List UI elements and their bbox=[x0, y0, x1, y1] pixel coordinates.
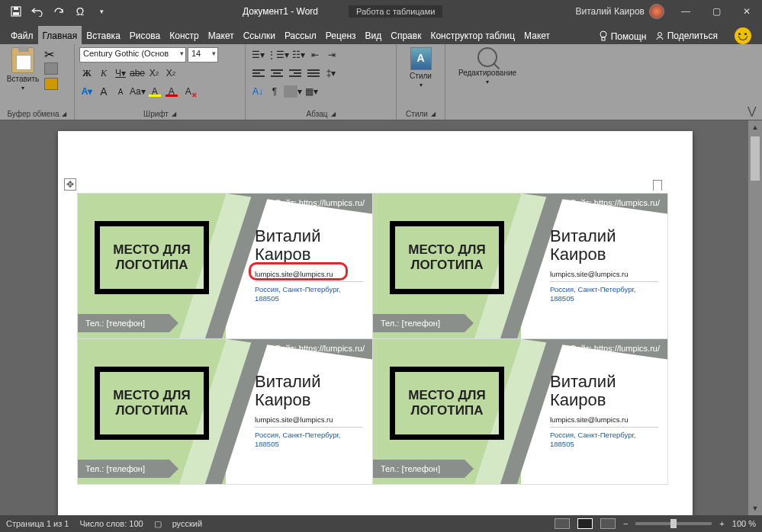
collapse-ribbon-icon[interactable]: ⋁ bbox=[748, 104, 756, 117]
group-styles: Стили▾ Стили◢ bbox=[397, 44, 445, 120]
bullets-button[interactable]: ☰▾ bbox=[250, 47, 265, 62]
redo-icon[interactable] bbox=[50, 3, 67, 20]
superscript-button[interactable]: X2 bbox=[163, 66, 178, 81]
card-address: Россия, Санкт-Петербург,188505 bbox=[255, 285, 340, 304]
styles-launcher-icon[interactable]: ◢ bbox=[431, 111, 436, 117]
status-proofing-icon[interactable]: ▢ bbox=[154, 519, 162, 529]
zoom-level[interactable]: 100 % bbox=[732, 519, 756, 528]
document-title: Документ1 - Word bbox=[243, 6, 318, 17]
scroll-up-icon[interactable]: ▲ bbox=[748, 120, 762, 134]
show-marks-button[interactable]: ¶ bbox=[267, 84, 282, 99]
qat-more-icon[interactable]: ▾ bbox=[93, 3, 110, 20]
align-left-button[interactable] bbox=[250, 66, 267, 81]
borders-button[interactable]: ▦▾ bbox=[304, 84, 319, 99]
tell-me[interactable]: Помощн bbox=[599, 30, 646, 42]
ribbon-tabs: Файл Главная Вставка Рисова Констр Макет… bbox=[0, 23, 762, 44]
tab-table-design[interactable]: Конструктор таблиц bbox=[426, 26, 519, 44]
view-read-button[interactable] bbox=[555, 518, 570, 529]
table-move-handle-icon[interactable]: ✥ bbox=[64, 178, 76, 191]
shading-button[interactable]: ▾ bbox=[284, 84, 302, 99]
decrease-indent-button[interactable]: ⇤ bbox=[307, 47, 323, 62]
maximize-button[interactable]: ▢ bbox=[701, 0, 731, 23]
close-button[interactable]: ✕ bbox=[731, 0, 762, 23]
feedback-icon[interactable] bbox=[735, 27, 751, 44]
font-size-combo[interactable]: 14 bbox=[188, 47, 218, 62]
text-effects-button[interactable]: A▾ bbox=[79, 84, 95, 99]
tab-mailings[interactable]: Рассыл bbox=[280, 26, 321, 44]
scroll-down-icon[interactable]: ▼ bbox=[748, 502, 762, 515]
align-center-button[interactable] bbox=[268, 66, 285, 81]
user-account[interactable]: Виталий Каиров bbox=[575, 4, 670, 19]
zoom-slider[interactable] bbox=[635, 522, 712, 525]
strike-button[interactable]: abe bbox=[130, 66, 145, 81]
shrink-font-button[interactable]: A bbox=[113, 84, 128, 99]
copy-button[interactable] bbox=[44, 62, 58, 75]
clear-formatting-button[interactable]: A✖ bbox=[181, 84, 196, 99]
tab-references[interactable]: Ссылки bbox=[239, 26, 280, 44]
business-card[interactable]: Сайт: https://lumpics.ru/ МЕСТО ДЛЯ ЛОГО… bbox=[77, 193, 373, 339]
card-name: ВиталийКаиров bbox=[255, 227, 320, 264]
vertical-scrollbar[interactable]: ▲ ▼ bbox=[748, 120, 762, 515]
editing-button[interactable]: Редактирование▾ bbox=[458, 47, 516, 85]
tab-draw[interactable]: Рисова bbox=[125, 26, 165, 44]
styles-icon bbox=[410, 47, 432, 70]
cut-button[interactable]: ✂ bbox=[44, 47, 58, 59]
zoom-out-button[interactable]: − bbox=[623, 519, 628, 528]
avatar bbox=[649, 4, 664, 19]
tab-insert[interactable]: Вставка bbox=[82, 26, 125, 44]
group-paragraph: ☰▾ ⋮☰▾ ☷▾ ⇤ ⇥ ‡▾ A↓ ¶ ▾ ▦▾ bbox=[246, 44, 397, 120]
business-card[interactable]: Сайт: https://lumpics.ru/ МЕСТО ДЛЯ ЛОГО… bbox=[77, 338, 373, 485]
status-words[interactable]: Число слов: 100 bbox=[79, 519, 143, 528]
tab-help[interactable]: Справк bbox=[386, 26, 426, 44]
align-right-button[interactable] bbox=[287, 66, 304, 81]
svg-rect-2 bbox=[14, 7, 18, 10]
view-print-button[interactable] bbox=[577, 518, 593, 529]
tab-review[interactable]: Реценз bbox=[321, 26, 361, 44]
ribbon: Вставить ▾ ✂ Буфер обмена◢ Century Gothi… bbox=[0, 44, 762, 120]
font-name-combo[interactable]: Century Gothic (Основ bbox=[79, 47, 186, 62]
view-web-button[interactable] bbox=[600, 518, 616, 529]
justify-button[interactable] bbox=[305, 66, 322, 81]
paragraph-launcher-icon[interactable]: ◢ bbox=[331, 111, 336, 117]
zoom-in-button[interactable]: + bbox=[719, 519, 724, 528]
tab-table-layout[interactable]: Макет bbox=[519, 26, 555, 44]
styles-button[interactable]: Стили▾ bbox=[403, 47, 439, 88]
clipboard-launcher-icon[interactable]: ◢ bbox=[62, 111, 66, 117]
business-card[interactable]: Сайт: https://lumpics.ru/ МЕСТО ДЛЯ ЛОГО… bbox=[372, 193, 668, 339]
business-card[interactable]: Сайт: https://lumpics.ru/ МЕСТО ДЛЯ ЛОГО… bbox=[372, 338, 668, 485]
font-color-button[interactable]: A bbox=[164, 84, 179, 99]
highlight-button[interactable]: A bbox=[147, 84, 162, 99]
bold-button[interactable]: Ж bbox=[79, 66, 95, 81]
grow-font-button[interactable]: A bbox=[96, 84, 111, 99]
italic-button[interactable]: К bbox=[96, 66, 111, 81]
tab-layout[interactable]: Макет bbox=[204, 26, 239, 44]
scroll-thumb[interactable] bbox=[750, 136, 760, 181]
symbol-button[interactable]: Ω bbox=[72, 3, 88, 20]
tab-home[interactable]: Главная bbox=[38, 26, 82, 44]
multilevel-button[interactable]: ☷▾ bbox=[291, 47, 306, 62]
line-spacing-button[interactable]: ‡▾ bbox=[323, 66, 339, 81]
status-page[interactable]: Страница 1 из 1 bbox=[6, 519, 69, 528]
save-icon[interactable] bbox=[8, 3, 24, 20]
format-painter-button[interactable] bbox=[44, 78, 58, 90]
minimize-button[interactable]: ― bbox=[670, 0, 701, 23]
change-case-button[interactable]: Aa▾ bbox=[130, 84, 146, 99]
numbering-button[interactable]: ⋮☰▾ bbox=[267, 47, 289, 62]
table-column-handle-icon[interactable] bbox=[653, 180, 662, 191]
sort-button[interactable]: A↓ bbox=[250, 84, 265, 99]
tab-view[interactable]: Вид bbox=[361, 26, 387, 44]
quick-access-toolbar: Ω ▾ bbox=[0, 3, 110, 20]
increase-indent-button[interactable]: ⇥ bbox=[324, 47, 339, 62]
page[interactable]: ✥ Сайт: https://lumpics.ru/ МЕСТО ДЛЯ ЛО… bbox=[58, 131, 693, 515]
status-language[interactable]: русский bbox=[172, 519, 202, 528]
font-launcher-icon[interactable]: ◢ bbox=[172, 111, 176, 117]
tab-file[interactable]: Файл bbox=[6, 26, 38, 44]
card-logo-placeholder: МЕСТО ДЛЯ ЛОГОТИПА bbox=[95, 221, 209, 294]
share-button[interactable]: Поделиться bbox=[655, 30, 718, 41]
status-bar: Страница 1 из 1 Число слов: 100 ▢ русски… bbox=[0, 515, 762, 532]
subscript-button[interactable]: X2 bbox=[146, 66, 162, 81]
tab-design[interactable]: Констр bbox=[165, 26, 203, 44]
undo-icon[interactable] bbox=[29, 3, 46, 20]
underline-button[interactable]: Ч▾ bbox=[113, 66, 128, 81]
paste-button[interactable]: Вставить ▾ bbox=[5, 47, 41, 91]
